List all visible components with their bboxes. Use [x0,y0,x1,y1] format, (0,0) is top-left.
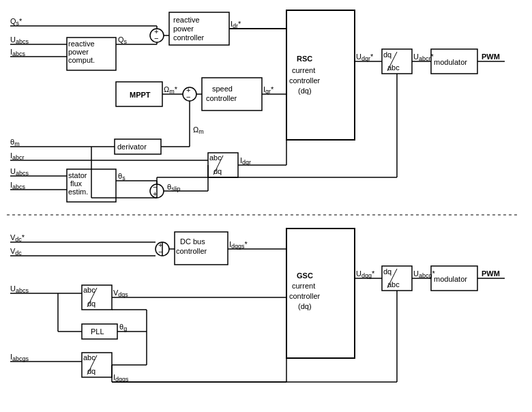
abc-text-rsc: abc [387,63,400,72]
gsc-text1: GSC [297,271,313,280]
vdqs-label: Vdqs [113,289,128,298]
gsc-text4: (dq) [298,302,312,310]
dc-bus-text1: DC bus [180,237,205,246]
sf-text3: estim. [68,188,88,196]
rsc-block [286,10,355,140]
sf-text2: flux [70,179,83,188]
rsc-text4: (dq) [298,87,312,95]
pwm-rsc-label: PWM [482,53,500,61]
rsc-text1: RSC [297,55,312,63]
qs-star-label: Qs* [10,17,23,27]
theta-g-label: θg [119,323,127,332]
iabcr-label: Iabcr [10,151,25,161]
iabcgs-label: Iabcgs [10,353,29,362]
block-diagram: Qs* Uabcs Iabcs reactive power comput. Q… [0,0,532,412]
mppt-text: MPPT [130,91,151,99]
idqgs-label: Idqgs [113,373,129,383]
uabcs-gsc-label: Uabcs [10,284,29,294]
rsc-text2: current [292,66,315,74]
dq-text-gsc2: dq [87,367,95,375]
theta-m-label: θm [10,138,20,147]
iqr-star-label: Iqr* [263,85,274,95]
modulator-gsc-text: modulator [434,275,467,283]
idqgs-star-label: Idqgs* [229,240,248,250]
pll-text: PLL [91,327,104,336]
udqr-star-label: Udqr* [356,53,374,62]
rpc-text3: controller [173,33,205,42]
dq-text-gsc: dq [383,267,391,276]
uabcs-label-1: Uabcs [10,35,29,45]
idqr-label: Idqr [240,156,251,166]
uabcg-star-label: Uabcg* [413,269,435,279]
abc-text-top: abc [209,153,222,162]
dq-text-rsc: dq [383,50,391,59]
vdc-star-label: Vdc* [10,233,25,243]
qs-line-label: Qs [118,35,128,45]
theta-s-label: θs [118,172,125,181]
rsc-text3: controller [289,76,321,85]
pwm-gsc-label: PWM [482,269,500,278]
gsc-text2: current [292,282,315,290]
dc-bus-text2: controller [176,247,207,255]
rpc-text2: power [173,25,194,33]
dq-text-top: dq [213,167,222,175]
derivator-text: derivator [117,143,147,151]
omega-m-fb-label: Ωm [193,126,204,135]
iabcs-label-1: Iabcs [10,48,26,57]
omega-m-star-label: Ωm* [164,85,178,95]
abc-text-gsc1: abc [83,286,95,294]
uabcs-label-2: Uabcs [10,167,29,177]
gsc-text3: controller [289,292,321,300]
sc-text1: speed [212,85,233,93]
rpc-comput-text1: reactive [68,40,95,48]
minus-top: − [154,34,158,42]
rpc-comput-text3: comput. [68,56,95,64]
sf-text1: stator [68,171,87,179]
rpc-comput-text2: power [68,48,89,56]
modulator-rsc-text: modulator [434,58,467,66]
iabcs-label-2: Iabcs [10,181,26,190]
abc-text-gsc2: abc [83,353,95,362]
dq-text-gsc1: dq [87,299,95,308]
idr-star-label: Idr* [231,20,241,29]
vdc-label: Vdc [10,247,22,256]
minus-mid: − [186,93,190,101]
udqg-star-label: Udqg* [356,269,375,279]
rpc-text1: reactive [173,16,200,24]
abc-text-gsc: abc [387,280,400,289]
sc-text2: controller [206,94,237,102]
